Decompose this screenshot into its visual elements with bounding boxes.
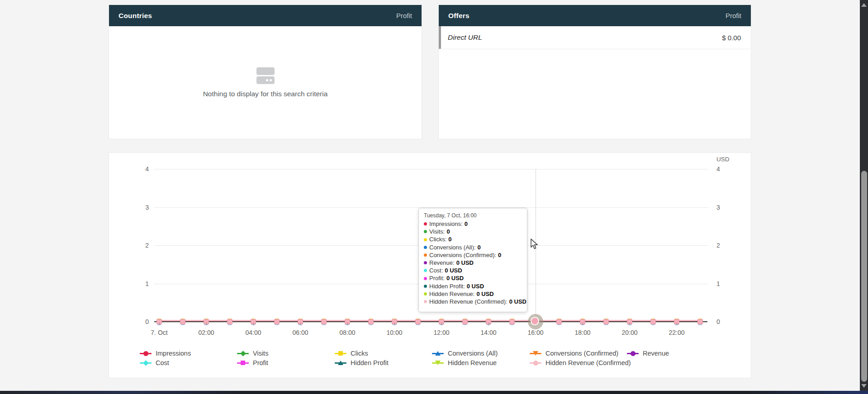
x-axis-tick [300,323,301,325]
tooltip-row-value: 0 USD [456,259,474,267]
circle-marker-icon [143,351,148,356]
tooltip-bullet-icon [424,300,427,303]
tooltip-row-value: 0 USD [509,298,526,305]
offers-panel: Offers Profit Direct URL $ 0.00 [438,5,751,139]
tooltip-row-label: Hidden Profit: [429,282,465,290]
legend-item-hidden-revenue-confirmed[interactable]: Hidden Revenue (Confirmed) [530,359,631,366]
x-axis-tick [253,323,254,325]
legend-item-conversions-all[interactable]: Conversions (All) [432,350,498,357]
tooltip-row-label: Visits: [429,228,445,235]
legend-item-visits[interactable]: Visits [237,350,268,357]
legend-item-label: Hidden Revenue [448,359,497,366]
x-axis-tick [347,323,348,325]
circle-marker-icon [533,361,538,366]
legend-marker [140,350,152,357]
legend-marker [335,359,346,366]
data-point-marker[interactable] [227,319,232,324]
tooltip-row-label: Hidden Revenue: [429,290,474,298]
tooltip-row: Clicks:0 [424,235,522,243]
data-point-marker[interactable] [509,319,515,324]
highlighted-point[interactable] [528,314,543,329]
offers-metric-header: Profit [726,12,741,19]
tooltip-row: Impressions:0 [424,220,522,228]
data-point-marker[interactable] [321,319,327,324]
tooltip-bullet-icon [424,285,427,288]
y-axis-label: 2 [716,242,730,249]
x-axis-tick [677,323,677,325]
data-point-marker[interactable] [462,319,468,324]
x-axis-label: 20:00 [614,329,645,336]
circle-marker-icon [631,351,636,356]
tooltip-bullet-icon [424,246,427,249]
x-axis-tick [583,323,583,325]
x-axis-label: 14:00 [473,329,504,336]
y-axis-unit-label: USD [716,156,730,163]
no-data-card-icon [255,67,276,86]
y-axis-label: 0 [135,318,149,325]
legend-marker [432,350,444,357]
scrollbar-thumb[interactable] [861,171,867,382]
y-axis-label: 4 [135,165,149,173]
data-point-marker[interactable] [180,319,185,324]
tooltip-bullet-icon [424,277,427,280]
offer-row[interactable]: Direct URL $ 0.00 [439,26,751,49]
scroll-down-arrow-icon[interactable] [861,384,867,388]
vertical-scrollbar[interactable] [860,0,868,394]
data-point-marker[interactable] [603,319,609,324]
series-line [159,320,701,321]
x-axis-tick [159,323,160,325]
legend-item-revenue[interactable]: Revenue [627,350,669,357]
countries-panel-header: Countries Profit [109,5,422,26]
tooltip-bullet-icon [424,230,427,233]
gridline [154,169,708,169]
tooltip-row-value: 0 [446,228,450,235]
data-point-marker[interactable] [650,319,656,324]
legend-item-clicks[interactable]: Clicks [335,350,368,357]
tooltip-row: Visits:0 [424,228,522,235]
legend-marker [237,359,249,366]
tooltip-bullet-icon [424,253,427,257]
data-point-marker[interactable] [368,319,374,324]
data-point-marker[interactable] [697,319,703,324]
legend-item-cost[interactable]: Cost [140,359,169,366]
legend-item-conversions-confirmed[interactable]: Conversions (Confirmed) [530,350,618,357]
data-point-marker[interactable] [274,319,280,324]
legend-item-hidden-profit[interactable]: Hidden Profit [335,359,389,366]
tooltip-row-label: Hidden Revenue (Confirmed): [429,298,508,305]
x-axis-label: 02:00 [190,329,222,336]
tooltip-row: Hidden Revenue (Confirmed):0 USD [424,298,522,305]
legend-item-hidden-revenue[interactable]: Hidden Revenue [432,359,497,366]
tooltip-row: Conversions (All):0 [424,244,522,251]
mouse-cursor-icon [530,239,539,252]
countries-metric-header: Profit [396,12,412,19]
legend-item-label: Visits [253,350,268,357]
y-axis-label: 1 [135,280,149,287]
x-axis-tick [630,323,630,325]
tooltip-row-label: Conversions (Confirmed): [429,251,496,259]
data-point-marker[interactable] [556,319,562,324]
data-point-marker[interactable] [415,319,421,324]
legend-item-profit[interactable]: Profit [237,359,268,366]
square-marker-icon [338,351,343,356]
x-axis-label: 7. Oct [143,329,175,336]
legend-item-label: Hidden Revenue (Confirmed) [545,359,631,366]
scroll-up-arrow-icon[interactable] [861,3,867,7]
highlighted-point-marker [531,317,539,325]
legend-marker [627,350,639,357]
legend-marker [140,359,152,366]
x-axis-label: 16:00 [520,329,551,336]
x-axis-label: 06:00 [285,329,316,336]
legend-marker [530,350,541,357]
chart-plot-area: USD 4433221100 7. Oct02:0004:0006:0008:0… [109,153,751,378]
tooltip-row: Hidden Profit:0 USD [424,282,522,290]
legend-marker [530,359,541,366]
offer-name[interactable]: Direct URL [448,33,482,42]
legend-item-impressions[interactable]: Impressions [140,350,191,357]
tooltip-row-value: 0 USD [476,290,493,298]
legend-marker [237,350,249,357]
tooltip-bullet-icon [424,238,427,241]
x-axis-label: 10:00 [379,329,410,336]
y-axis-label: 3 [716,204,730,211]
tooltip-row: Hidden Revenue:0 USD [424,290,522,298]
x-axis-line [154,321,707,322]
